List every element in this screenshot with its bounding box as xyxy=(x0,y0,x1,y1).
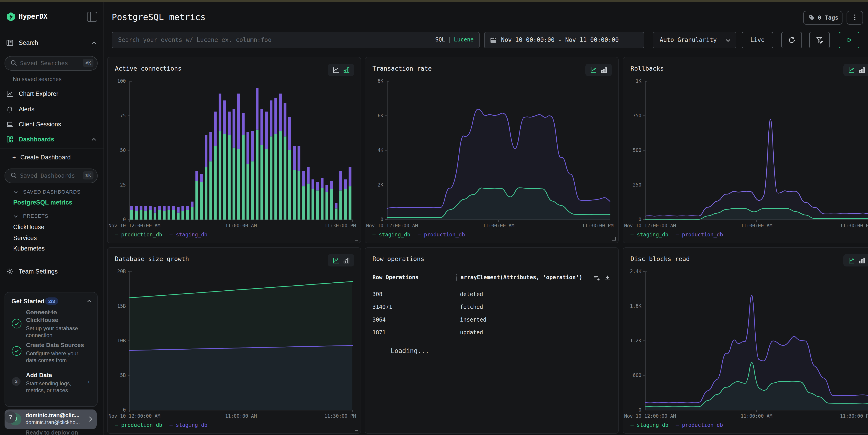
download-csv-icon[interactable] xyxy=(604,275,611,281)
screen-share-strip xyxy=(0,0,868,2)
hyperdx-logo-icon xyxy=(6,12,16,22)
svg-text:6K: 6K xyxy=(378,113,383,119)
bar-chart-toggle-icon[interactable] xyxy=(859,257,865,264)
legend-item[interactable]: — production_db xyxy=(417,231,465,238)
event-search-input[interactable]: Search your events w/ Lucene ex. column:… xyxy=(112,32,479,48)
saved-searches-input[interactable]: Saved Searches ⌘K xyxy=(5,56,98,71)
language-toggle[interactable]: SQL|Lucene xyxy=(435,36,474,43)
saved-dashboards-input[interactable]: Saved Dashboards ⌘K xyxy=(5,169,98,183)
card-resize-handle[interactable] xyxy=(612,237,616,240)
line-chart-toggle-icon[interactable] xyxy=(333,257,339,264)
legend-item[interactable]: — staging_db xyxy=(372,231,410,238)
sidebar-item-team-settings[interactable]: Team Settings xyxy=(0,266,103,277)
cell-operation: updated xyxy=(460,326,483,339)
sidebar-item-postgresql-metrics[interactable]: PostgreSQL metrics xyxy=(13,199,72,206)
saved-dashboards-section-header[interactable]: SAVED DASHBOARDS xyxy=(14,189,81,195)
get-started-item-subtitle: Configure where your data comes from xyxy=(26,350,86,364)
svg-text:Nov 10 12:00:00 AM: Nov 10 12:00:00 AM xyxy=(366,223,418,228)
sidebar-collapse-icon[interactable] xyxy=(87,12,97,22)
sidebar-item-label: Client Sessions xyxy=(19,121,61,128)
tag-icon xyxy=(809,14,815,21)
bar-chart-toggle-icon[interactable] xyxy=(343,257,349,264)
granularity-select[interactable]: Auto Granularity xyxy=(653,32,736,48)
sidebar-item-label: Dashboards xyxy=(19,136,54,143)
table-header: Row OperationsarrayElement(Attributes, '… xyxy=(372,274,612,286)
sort-columns-icon[interactable] xyxy=(593,275,600,281)
legend-item[interactable]: — staging_db xyxy=(630,231,668,238)
get-started-item[interactable]: Connect to ClickHouseSet up your databas… xyxy=(26,309,86,339)
chart-plot: 8K6K4K2K0Nov 10 12:00:00 AM11:00:00 AM11… xyxy=(365,76,619,226)
create-dashboard-button[interactable]: + Create Dashboard xyxy=(12,154,71,161)
svg-text:11:00:00 AM: 11:00:00 AM xyxy=(225,223,257,228)
sidebar-item-alerts[interactable]: Alerts xyxy=(0,103,103,115)
table-card-row-operations: Row operationsRow OperationsarrayElement… xyxy=(365,247,619,434)
card-resize-handle[interactable] xyxy=(355,427,358,431)
legend-item[interactable]: — staging_db xyxy=(169,422,208,428)
svg-text:11:00:00 AM: 11:00:00 AM xyxy=(225,413,257,419)
svg-text:Nov 10 12:00:00 AM: Nov 10 12:00:00 AM xyxy=(108,223,160,228)
cell-operation: fetched xyxy=(460,301,483,313)
sidebar-item-kubernetes[interactable]: Kubernetes xyxy=(13,245,45,252)
page-title: PostgreSQL metrics xyxy=(112,12,206,22)
line-chart-toggle-icon[interactable] xyxy=(590,67,596,73)
sidebar-item-search[interactable]: Search xyxy=(0,37,103,49)
legend-item[interactable]: — staging_db xyxy=(169,231,208,238)
svg-text:600: 600 xyxy=(633,373,642,378)
card-resize-handle[interactable] xyxy=(355,237,358,240)
saved-dashboards-placeholder: Saved Dashboards xyxy=(20,172,75,179)
lucene-toggle[interactable]: Lucene xyxy=(454,36,474,43)
svg-text:50: 50 xyxy=(120,147,126,153)
sidebar-item-services[interactable]: Services xyxy=(13,235,37,241)
svg-text:11:30:00 PM: 11:30:00 PM xyxy=(324,223,356,228)
sidebar-item-client-sessions[interactable]: Client Sessions xyxy=(0,119,103,130)
get-started-item[interactable]: Create Data SourcesConfigure where your … xyxy=(26,342,86,364)
filter-button[interactable] xyxy=(809,32,830,48)
legend-item[interactable]: — production_db xyxy=(115,422,162,428)
tags-button-label: 0 Tags xyxy=(818,14,838,21)
sql-toggle[interactable]: SQL xyxy=(435,36,445,43)
line-chart-toggle-icon[interactable] xyxy=(848,67,855,73)
legend-item[interactable]: — staging_db xyxy=(630,422,668,428)
plus-icon: + xyxy=(12,154,16,161)
line-chart-toggle-icon[interactable] xyxy=(848,257,855,264)
legend-item[interactable]: — production_db xyxy=(115,231,162,238)
sidebar-item-clickhouse[interactable]: ClickHouse xyxy=(13,224,44,231)
line-chart-toggle-icon[interactable] xyxy=(333,67,339,73)
arrow-right-icon[interactable]: → xyxy=(84,377,91,384)
svg-text:Nov 10 12:00:00 AM: Nov 10 12:00:00 AM xyxy=(108,413,160,419)
tags-button[interactable]: 0 Tags xyxy=(803,11,842,25)
date-range-input[interactable]: Nov 10 00:00:00 - Nov 11 00:00:00 xyxy=(484,32,644,48)
sidebar-item-dashboards[interactable]: Dashboards xyxy=(0,133,103,145)
event-search-placeholder: Search your events w/ Lucene ex. column:… xyxy=(118,36,272,43)
bar-chart-toggle-icon[interactable] xyxy=(600,67,607,73)
chart-type-toolbar xyxy=(843,254,868,266)
chart-type-toolbar xyxy=(585,64,612,76)
presets-section-header[interactable]: PRESETS xyxy=(14,213,48,219)
bar-chart-toggle-icon[interactable] xyxy=(343,67,349,73)
help-button[interactable]: ? xyxy=(5,411,17,423)
chart-type-toolbar xyxy=(328,64,354,76)
svg-text:Nov 10 12:00:00 AM: Nov 10 12:00:00 AM xyxy=(624,413,676,419)
step-number-badge: 3 xyxy=(12,377,21,386)
live-button[interactable]: Live xyxy=(742,32,773,48)
refresh-button[interactable] xyxy=(781,32,802,48)
get-started-panel: Get Started 2/3 Connect to ClickHouseSet… xyxy=(5,292,98,407)
run-query-button[interactable] xyxy=(839,32,859,48)
sidebar-item-label: Chart Explorer xyxy=(19,91,58,97)
saved-searches-placeholder: Saved Searches xyxy=(20,60,68,67)
bar-chart-toggle-icon[interactable] xyxy=(859,67,865,73)
svg-text:11:30:00 PM: 11:30:00 PM xyxy=(840,223,868,228)
chevron-up-icon[interactable] xyxy=(87,300,92,302)
sidebar: HyperDX Search Saved Searches ⌘K No save… xyxy=(0,2,104,435)
user-profile-button[interactable]: D dominic.tran@clic... dominic.tran@clic… xyxy=(5,409,97,429)
more-options-button[interactable] xyxy=(846,11,863,25)
card-title: Disc blocks read xyxy=(630,255,690,262)
legend-item[interactable]: — production_db xyxy=(676,231,723,238)
divider xyxy=(0,52,103,53)
svg-text:4K: 4K xyxy=(378,147,383,153)
get-started-item[interactable]: Add DataStart sending logs, metrics, or … xyxy=(26,372,86,395)
svg-text:75: 75 xyxy=(120,113,126,119)
sidebar-item-chart-explorer[interactable]: Chart Explorer xyxy=(0,88,103,100)
legend-item[interactable]: — production_db xyxy=(676,422,723,428)
get-started-item-subtitle: Set up your database connection xyxy=(26,325,86,339)
